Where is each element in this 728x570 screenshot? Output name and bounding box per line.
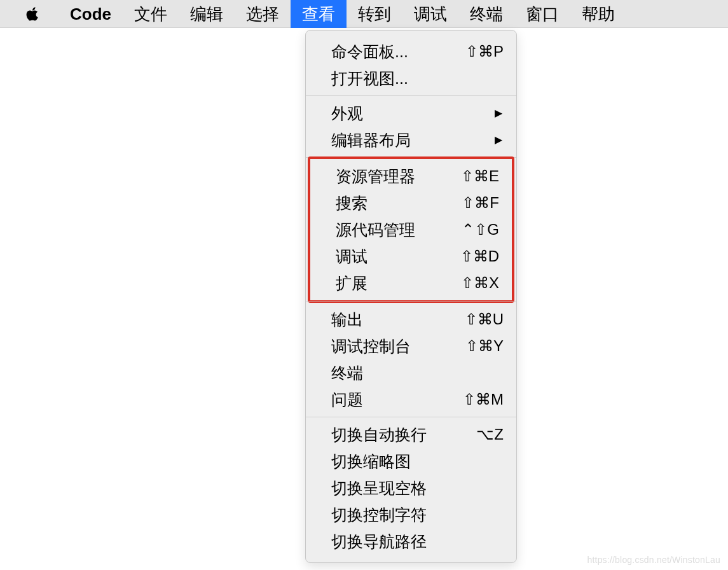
menu-output[interactable]: 输出 ⇧⌘U <box>306 306 516 333</box>
menu-shortcut: ⌃⇧G <box>462 218 499 242</box>
menu-problems[interactable]: 问题 ⇧⌘M <box>306 386 516 413</box>
dropdown-section-2: 外观 ▶ 编辑器布局 ▶ <box>306 96 516 157</box>
apple-logo-icon[interactable] <box>25 6 39 22</box>
menu-label: 切换控制字符 <box>331 503 427 527</box>
menubar: Code 文件 编辑 选择 查看 转到 调试 终端 窗口 帮助 <box>0 0 728 28</box>
menu-shortcut: ⇧⌘X <box>461 271 499 295</box>
menu-toggle-whitespace[interactable]: 切换呈现空格 <box>306 475 516 501</box>
menu-label: 搜索 <box>336 191 367 215</box>
submenu-arrow-icon: ▶ <box>495 128 502 152</box>
menu-debug-panel[interactable]: 调试 ⇧⌘D <box>310 243 512 270</box>
menu-appearance[interactable]: 外观 ▶ <box>306 100 516 127</box>
menu-label: 问题 <box>331 387 363 412</box>
menu-shortcut: ⌥Z <box>476 422 504 447</box>
menu-shortcut: ⇧⌘F <box>462 191 499 215</box>
menu-file[interactable]: 文件 <box>123 0 179 28</box>
menu-label: 源代码管理 <box>336 218 415 242</box>
menu-select[interactable]: 选择 <box>235 0 291 28</box>
submenu-arrow-icon: ▶ <box>495 101 502 125</box>
menu-label: 打开视图... <box>331 66 408 90</box>
menu-label: 资源管理器 <box>336 164 415 188</box>
menu-label: 切换缩略图 <box>331 449 411 473</box>
dropdown-section-1: 命令面板... ⇧⌘P 打开视图... <box>306 34 516 95</box>
menu-shortcut: ⇧⌘E <box>461 164 499 188</box>
menu-debug[interactable]: 调试 <box>402 0 458 28</box>
menu-view[interactable]: 查看 <box>291 0 347 28</box>
dropdown-section-5: 切换自动换行 ⌥Z 切换缩略图 切换呈现空格 切换控制字符 切换导航路径 <box>306 417 516 559</box>
menu-search[interactable]: 搜索 ⇧⌘F <box>310 190 512 216</box>
app-name[interactable]: Code <box>58 0 123 28</box>
menu-command-palette[interactable]: 命令面板... ⇧⌘P <box>306 38 516 65</box>
menu-shortcut: ⇧⌘Y <box>465 334 504 358</box>
menu-shortcut: ⇧⌘U <box>465 307 504 331</box>
menu-extensions[interactable]: 扩展 ⇧⌘X <box>310 270 512 296</box>
menu-label: 编辑器布局 <box>331 128 411 152</box>
menu-shortcut: ⇧⌘P <box>465 39 504 64</box>
menu-editor-layout[interactable]: 编辑器布局 ▶ <box>306 127 516 153</box>
menu-terminal-panel[interactable]: 终端 <box>306 359 516 386</box>
menu-label: 扩展 <box>336 271 367 295</box>
menu-scm[interactable]: 源代码管理 ⌃⇧G <box>310 216 512 243</box>
menu-toggle-breadcrumbs[interactable]: 切换导航路径 <box>306 528 516 555</box>
menu-go[interactable]: 转到 <box>347 0 402 28</box>
menu-shortcut: ⇧⌘D <box>460 244 499 268</box>
menu-toggle-control-chars[interactable]: 切换控制字符 <box>306 501 516 528</box>
menu-label: 输出 <box>331 307 363 331</box>
menu-open-view[interactable]: 打开视图... <box>306 65 516 92</box>
menu-edit[interactable]: 编辑 <box>179 0 235 28</box>
dropdown-section-4: 输出 ⇧⌘U 调试控制台 ⇧⌘Y 终端 问题 ⇧⌘M <box>306 302 516 417</box>
menu-window[interactable]: 窗口 <box>514 0 570 28</box>
menu-label: 外观 <box>331 101 363 125</box>
highlighted-section: 资源管理器 ⇧⌘E 搜索 ⇧⌘F 源代码管理 ⌃⇧G 调试 ⇧⌘D 扩展 ⇧⌘X <box>308 156 514 303</box>
watermark-text: https://blog.csdn.net/WinstonLau <box>587 555 720 565</box>
menu-label: 终端 <box>331 361 363 385</box>
menu-toggle-minimap[interactable]: 切换缩略图 <box>306 448 516 475</box>
menu-help[interactable]: 帮助 <box>570 0 626 28</box>
menu-shortcut: ⇧⌘M <box>463 387 504 412</box>
menu-debug-console[interactable]: 调试控制台 ⇧⌘Y <box>306 333 516 359</box>
view-dropdown: 命令面板... ⇧⌘P 打开视图... 外观 ▶ 编辑器布局 ▶ 资源管理器 ⇧… <box>305 30 517 563</box>
menu-terminal[interactable]: 终端 <box>458 0 514 28</box>
menu-label: 调试 <box>336 244 367 268</box>
menu-toggle-wrap[interactable]: 切换自动换行 ⌥Z <box>306 421 516 448</box>
menu-label: 调试控制台 <box>331 334 411 358</box>
menu-label: 切换导航路径 <box>331 529 427 553</box>
menu-explorer[interactable]: 资源管理器 ⇧⌘E <box>310 163 512 190</box>
menu-label: 命令面板... <box>331 39 408 64</box>
menu-label: 切换自动换行 <box>331 422 427 447</box>
menu-label: 切换呈现空格 <box>331 476 427 500</box>
